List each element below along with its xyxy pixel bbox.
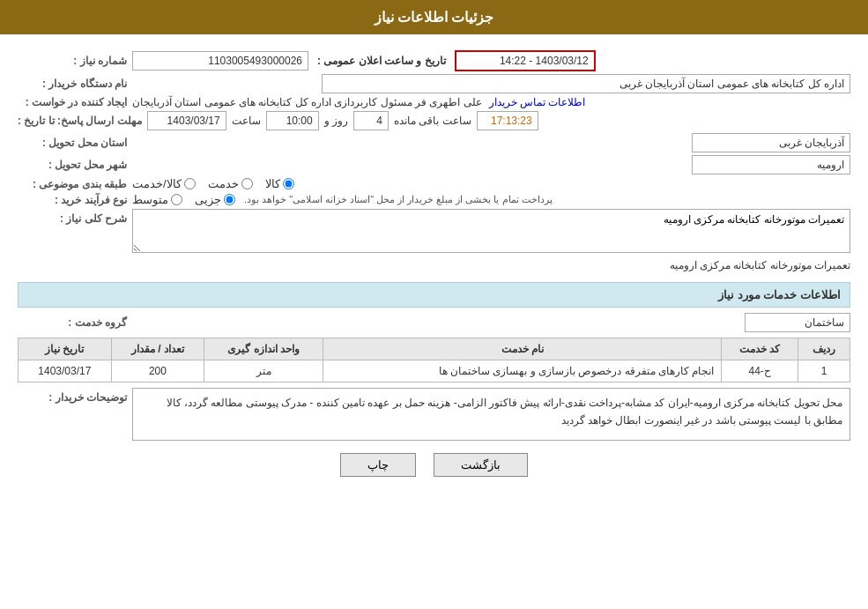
category-kala-label: کالا [265, 177, 280, 190]
page-title: جزئیات اطلاعات نیاز [375, 10, 494, 25]
back-button[interactable]: بازگشت [434, 453, 528, 477]
category-kala: کالا [265, 177, 294, 190]
services-section-label: اطلاعات خدمات مورد نیاز [718, 288, 841, 301]
city-value: ارومیه [692, 155, 850, 175]
deadline-value-cell: 1403/03/17 ساعت 10:00 روز و 4 ساعت باقی … [147, 111, 850, 130]
service-group-row: گروه خدمت : ساختمان [18, 313, 850, 332]
category-radio-group: کالا/خدمت خدمت کالا [132, 177, 850, 190]
process-jozi: جزیی [195, 193, 235, 206]
cell-name: انجام کارهای متفرقه درخصوص بازسازی و بهس… [323, 360, 722, 382]
process-radio-group: متوسط جزیی [132, 193, 235, 206]
process-value-cell: متوسط جزیی پرداخت تمام یا بخشی از مبلغ خ… [132, 193, 850, 206]
th-quantity: تعداد / مقدار [111, 338, 204, 360]
buyer-org-row: نام دستگاه خریدار : اداره کل کتابخانه ها… [18, 74, 850, 93]
deadline-date: 1403/03/17 [147, 111, 226, 130]
content-area: شماره نیاز : 1103005493000026 تاریخ و سا… [0, 34, 868, 494]
th-unit: واحد اندازه گیری [204, 338, 323, 360]
print-button[interactable]: چاپ [340, 453, 416, 477]
need-description-row: شرح کلی نیاز : تعمیرات موتورخانه کتابخان… [18, 209, 850, 275]
th-need-date: تاریخ نیاز [19, 338, 112, 360]
request-number-value-cell: 1103005493000026 تاریخ و ساعت اعلان عموم… [132, 50, 850, 71]
creator-row: ایجاد کننده در خواست : علی اطهری فر مسئو… [18, 96, 850, 108]
announce-date-label: تاریخ و ساعت اعلان عمومی : [317, 55, 446, 67]
creator-value: علی اطهری فر مسئول کاربردازی اداره کل کت… [132, 96, 482, 108]
cell-quantity: 200 [111, 360, 204, 382]
buyer-notes-row: توضیحات خریدار : محل تحویل کتابخانه مرکز… [18, 388, 850, 441]
buyer-org-value-cell: اداره کل کتابخانه های عمومی استان آذربای… [132, 74, 850, 93]
category-value-cell: کالا/خدمت خدمت کالا [132, 177, 850, 190]
bottom-buttons: بازگشت چاپ [18, 453, 850, 477]
th-service-name: نام خدمت [323, 338, 722, 360]
deadline-time-label: ساعت [232, 115, 261, 127]
buyer-org-value: اداره کل کتابخانه های عمومی استان آذربای… [322, 74, 850, 93]
category-khadamat-label: خدمت [208, 177, 239, 190]
province-label: استان محل تحویل : [18, 137, 132, 149]
page-header: جزئیات اطلاعات نیاز [0, 0, 868, 34]
process-label: نوع فرآیند خرید : [18, 194, 132, 206]
th-row-number: ردیف [798, 338, 850, 360]
deadline-row: مهلت ارسال پاسخ: تا تاریخ : 1403/03/17 س… [18, 111, 850, 130]
buyer-notes-value: محل تحویل کتابخانه مرکزی ارومیه-ایران کد… [132, 388, 850, 441]
deadline-day-label: روز و [324, 115, 348, 127]
page-wrapper: جزئیات اطلاعات نیاز شماره نیاز : 1103005… [0, 0, 868, 609]
cell-unit: متر [204, 360, 323, 382]
category-kala-khadamat-radio[interactable] [184, 178, 196, 189]
cell-row: 1 [798, 360, 850, 382]
buyer-notes-label: توضیحات خریدار : [18, 388, 132, 404]
request-number-row: شماره نیاز : 1103005493000026 تاریخ و سا… [18, 50, 850, 71]
province-value: آذربایجان غربی [692, 133, 850, 152]
deadline-label: مهلت ارسال پاسخ: تا تاریخ : [18, 115, 147, 127]
services-section-header: اطلاعات خدمات مورد نیاز [18, 282, 850, 308]
category-label: طبقه بندی موضوعی : [18, 178, 132, 190]
process-motavaset: متوسط [132, 193, 182, 206]
deadline-time: 10:00 [266, 111, 319, 130]
creator-label: ایجاد کننده در خواست : [18, 96, 132, 108]
need-description-value-cell: تعمیرات موتورخانه کتابخانه مرکزی ارومیه [132, 209, 850, 275]
deadline-days: 4 [353, 111, 389, 130]
category-kala-khadamat-label: کالا/خدمت [132, 177, 182, 190]
process-row: نوع فرآیند خرید : متوسط جزیی پرداخت تمام… [18, 193, 850, 206]
city-label: شهر محل تحویل : [18, 159, 132, 171]
category-row: طبقه بندی موضوعی : کالا/خدمت خدمت کالا [18, 177, 850, 190]
buyer-notes-value-cell: محل تحویل کتابخانه مرکزی ارومیه-ایران کد… [132, 388, 850, 441]
process-motavaset-label: متوسط [132, 193, 168, 206]
process-description: پرداخت تمام یا بخشی از مبلغ خریدار از مح… [244, 194, 553, 205]
announce-datetime-value: 1403/03/12 - 14:22 [455, 50, 596, 71]
creator-value-cell: علی اطهری فر مسئول کاربردازی اداره کل کت… [132, 96, 850, 108]
service-group-value-cell: ساختمان [132, 313, 850, 332]
category-khadamat-radio[interactable] [241, 178, 253, 189]
service-group-value: ساختمان [745, 313, 850, 332]
process-jozi-label: جزیی [195, 193, 221, 206]
city-value-cell: ارومیه [132, 155, 850, 175]
buyer-org-label: نام دستگاه خریدار : [18, 78, 132, 90]
cell-code: ح-44 [722, 360, 798, 382]
category-kala-radio[interactable] [283, 178, 294, 189]
th-service-code: کد خدمت [722, 338, 798, 360]
deadline-remaining: 17:13:23 [477, 111, 538, 130]
contact-link[interactable]: اطلاعات تماس خریدار [489, 96, 586, 108]
services-table: ردیف کد خدمت نام خدمت واحد اندازه گیری ت… [18, 338, 850, 382]
request-number-value: 1103005493000026 [132, 51, 308, 71]
need-description-label: شرح کلی نیاز : [18, 209, 132, 225]
province-row: استان محل تحویل : آذربایجان غربی [18, 133, 850, 152]
need-description-input[interactable] [132, 209, 850, 253]
cell-date: 1403/03/17 [19, 360, 112, 382]
process-jozi-radio[interactable] [224, 194, 235, 205]
category-khadamat: خدمت [208, 177, 253, 190]
deadline-remaining-label: ساعت باقی مانده [394, 115, 471, 127]
request-number-label: شماره نیاز : [18, 55, 132, 67]
process-motavaset-radio[interactable] [171, 194, 182, 205]
city-row: شهر محل تحویل : ارومیه [18, 155, 850, 175]
table-row: 1 ح-44 انجام کارهای متفرقه درخصوص بازساز… [19, 360, 850, 382]
service-group-label: گروه خدمت : [18, 316, 132, 329]
province-value-cell: آذربایجان غربی [132, 133, 850, 152]
category-kala-khadamat: کالا/خدمت [132, 177, 196, 190]
need-description-text: تعمیرات موتورخانه کتابخانه مرکزی ارومیه [132, 256, 850, 275]
